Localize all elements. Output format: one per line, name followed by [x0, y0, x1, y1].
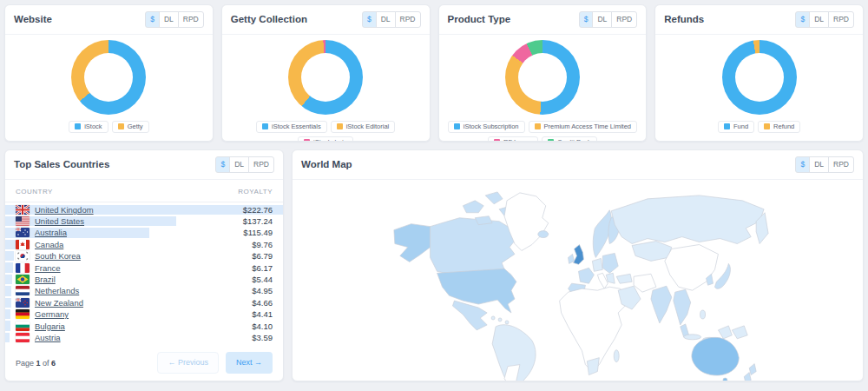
- map-region-alaska[interactable]: [394, 223, 431, 262]
- legend-label: RF Image: [503, 139, 532, 142]
- map-region-arctic-island-2[interactable]: [485, 191, 503, 203]
- rpd-toggle-button[interactable]: RPD: [611, 11, 637, 28]
- rpd-toggle-button[interactable]: RPD: [828, 156, 854, 173]
- downloads-toggle-button[interactable]: DL: [229, 156, 249, 173]
- royalty-toggle-button[interactable]: $: [362, 11, 377, 28]
- country-link[interactable]: New Zealand: [35, 298, 83, 308]
- card-header: Refunds$DLRPD: [655, 5, 863, 35]
- country-link[interactable]: Australia: [35, 228, 67, 237]
- donut-chart: [722, 40, 797, 115]
- map-region-new-zealand-north[interactable]: [749, 363, 756, 374]
- legend-item[interactable]: iStock Editorial: [331, 121, 396, 133]
- royalty-value: $6.79: [252, 251, 273, 261]
- royalty-bar: [5, 321, 10, 330]
- legend-label: iStock Essentials: [272, 123, 321, 130]
- royalty-toggle-button[interactable]: $: [145, 11, 160, 28]
- map-region-australia[interactable]: [692, 337, 739, 375]
- country-link[interactable]: South Korea: [35, 251, 81, 261]
- map-region-southeast-asia[interactable]: [674, 289, 691, 325]
- map-region-new-zealand-south[interactable]: [744, 372, 751, 381]
- map-region-united-states[interactable]: [437, 268, 516, 313]
- royalty-value: $9.76: [252, 240, 273, 249]
- legend-item[interactable]: iStock Subscription: [448, 121, 525, 133]
- royalty-value: $137.24: [243, 216, 273, 226]
- legend-item[interactable]: Premium Access Time Limited: [529, 121, 637, 133]
- table-row: Brazil$5.44: [5, 274, 283, 285]
- downloads-toggle-button[interactable]: DL: [159, 11, 179, 28]
- legend-item[interactable]: iStock Essentials: [256, 121, 327, 133]
- royalty-toggle-button[interactable]: $: [795, 11, 810, 28]
- map-region-japan[interactable]: [714, 263, 730, 288]
- map-region-eastern-europe[interactable]: [602, 253, 618, 273]
- royalty-toggle-button[interactable]: $: [579, 11, 594, 28]
- map-region-balkans[interactable]: [606, 273, 615, 283]
- map-region-canada[interactable]: [431, 217, 516, 275]
- card-title: Getty Collection: [231, 14, 307, 24]
- country-link[interactable]: Austria: [35, 333, 61, 342]
- flag-icon-br: [16, 275, 30, 284]
- downloads-toggle-button[interactable]: DL: [592, 11, 612, 28]
- country-link[interactable]: United States: [35, 216, 84, 226]
- royalty-toggle-button[interactable]: $: [795, 156, 810, 173]
- legend-item[interactable]: Refund: [758, 121, 800, 133]
- legend-item[interactable]: Fund: [718, 121, 754, 133]
- map-region-caribbean-2[interactable]: [498, 317, 502, 321]
- previous-page-button[interactable]: ← Previous: [157, 352, 219, 374]
- bottom-row: Top Sales Countries $DLRPD Country Royal…: [4, 149, 864, 381]
- country-link[interactable]: Netherlands: [35, 286, 79, 295]
- map-region-mexico[interactable]: [452, 301, 487, 330]
- rpd-toggle-button[interactable]: RPD: [395, 11, 421, 28]
- flag-icon-fr: [16, 263, 30, 273]
- chart-card-product-type: Product Type$DLRPDiStock SubscriptionPre…: [438, 4, 648, 142]
- royalty-toggle-button[interactable]: $: [215, 156, 230, 173]
- rpd-toggle-button[interactable]: RPD: [248, 156, 274, 173]
- legend-item[interactable]: iStock: [69, 121, 108, 133]
- map-region-india[interactable]: [651, 286, 672, 323]
- legend-item[interactable]: Credit Pack: [542, 136, 597, 142]
- world-map-svg: [293, 180, 863, 381]
- next-page-button[interactable]: Next →: [226, 352, 273, 374]
- map-region-madagascar[interactable]: [614, 349, 619, 361]
- rpd-toggle-button[interactable]: RPD: [828, 11, 854, 28]
- downloads-toggle-button[interactable]: DL: [376, 11, 396, 28]
- legend-label: Fund: [733, 123, 748, 130]
- country-link[interactable]: France: [35, 263, 61, 273]
- map-region-tasmania[interactable]: [723, 378, 727, 381]
- map-region-caribbean-1[interactable]: [491, 315, 495, 319]
- map-region-arctic-island-1[interactable]: [463, 200, 483, 212]
- flag-icon-ca: [16, 240, 30, 249]
- country-link[interactable]: United Kingdom: [35, 205, 94, 215]
- card-header: Top Sales Countries $DLRPD: [5, 150, 283, 180]
- country-link[interactable]: Canada: [35, 240, 63, 249]
- country-link[interactable]: Germany: [35, 309, 69, 319]
- card-title: World Map: [301, 159, 352, 169]
- legend-item[interactable]: RF Image: [488, 136, 538, 142]
- map-region-indonesia-borneo[interactable]: [718, 325, 732, 338]
- rpd-toggle-button[interactable]: RPD: [178, 11, 204, 28]
- panel-toggle-group: $DLRPD: [579, 11, 638, 28]
- table-row: France$6.17: [5, 262, 283, 273]
- map-region-united-kingdom[interactable]: [574, 244, 584, 264]
- map-region-caribbean-3[interactable]: [505, 320, 509, 323]
- dashboard-page: { "theme": { "page_background": "#eef0f4…: [0, 0, 868, 391]
- legend-item[interactable]: Getty: [112, 121, 149, 133]
- map-region-germany[interactable]: [592, 258, 602, 271]
- downloads-toggle-button[interactable]: DL: [809, 11, 829, 28]
- map-region-turkey[interactable]: [616, 274, 632, 283]
- map-region-arctic-island-4[interactable]: [475, 215, 492, 224]
- legend-swatch-icon: [454, 123, 460, 129]
- country-link[interactable]: Brazil: [35, 275, 56, 284]
- map-region-central-asia[interactable]: [632, 241, 672, 261]
- donut-chart: [71, 40, 146, 115]
- map-region-iceland[interactable]: [538, 230, 549, 237]
- map-region-iran[interactable]: [634, 274, 656, 292]
- flag-icon-bg: [16, 321, 30, 331]
- map-region-philippines[interactable]: [700, 310, 706, 319]
- map-region-indonesia-sumatra[interactable]: [684, 334, 701, 339]
- downloads-toggle-button[interactable]: DL: [809, 156, 829, 173]
- map-region-new-guinea[interactable]: [732, 325, 747, 338]
- country-link[interactable]: Bulgaria: [35, 321, 65, 331]
- map-region-russia[interactable]: [611, 195, 764, 243]
- legend-item[interactable]: iStockphoto: [298, 136, 353, 142]
- map-region-france[interactable]: [578, 268, 594, 283]
